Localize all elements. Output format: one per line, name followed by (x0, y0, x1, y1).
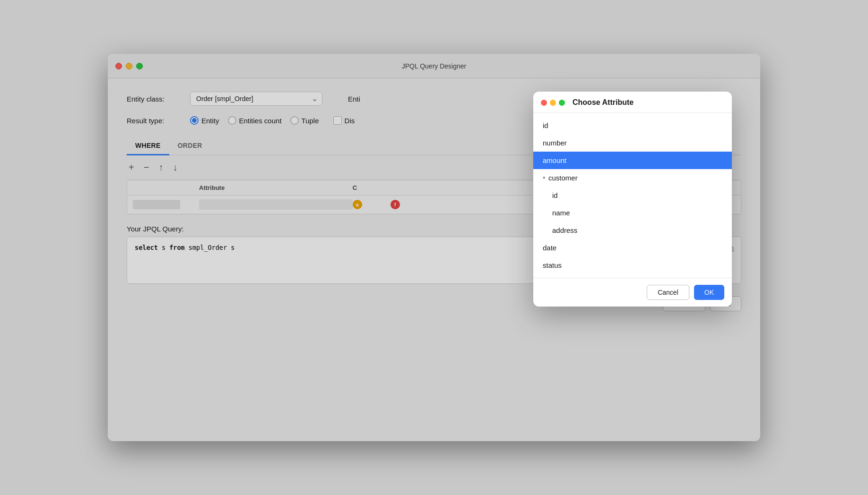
modal-title-bar: Choose Attribute (533, 92, 732, 113)
modal-title: Choose Attribute (573, 98, 634, 107)
attr-customer-name[interactable]: name (533, 204, 732, 222)
modal-ok-button[interactable]: OK (694, 285, 724, 300)
attr-id[interactable]: id (533, 117, 732, 134)
main-window: JPQL Query Designer Entity class: Order … (108, 54, 760, 441)
attr-date[interactable]: date (533, 239, 732, 256)
modal-close-button[interactable] (541, 100, 547, 106)
modal-attribute-list: id number amount ▾ customer id name addr… (533, 113, 732, 278)
modal-traffic-lights (541, 100, 565, 106)
modal-maximize-button[interactable] (559, 100, 565, 106)
attr-status[interactable]: status (533, 256, 732, 274)
modal-overlay: Choose Attribute id number amount ▾ cust… (108, 54, 760, 441)
modal-cancel-button[interactable]: Cancel (647, 285, 689, 300)
choose-attribute-modal: Choose Attribute id number amount ▾ cust… (533, 92, 732, 307)
attr-number[interactable]: number (533, 134, 732, 152)
attr-customer[interactable]: ▾ customer (533, 169, 732, 187)
attr-customer-address[interactable]: address (533, 222, 732, 239)
attr-amount[interactable]: amount (533, 152, 732, 169)
modal-minimize-button[interactable] (550, 100, 556, 106)
chevron-down-icon: ▾ (543, 175, 546, 181)
modal-footer: Cancel OK (533, 278, 732, 307)
attr-customer-id[interactable]: id (533, 187, 732, 204)
